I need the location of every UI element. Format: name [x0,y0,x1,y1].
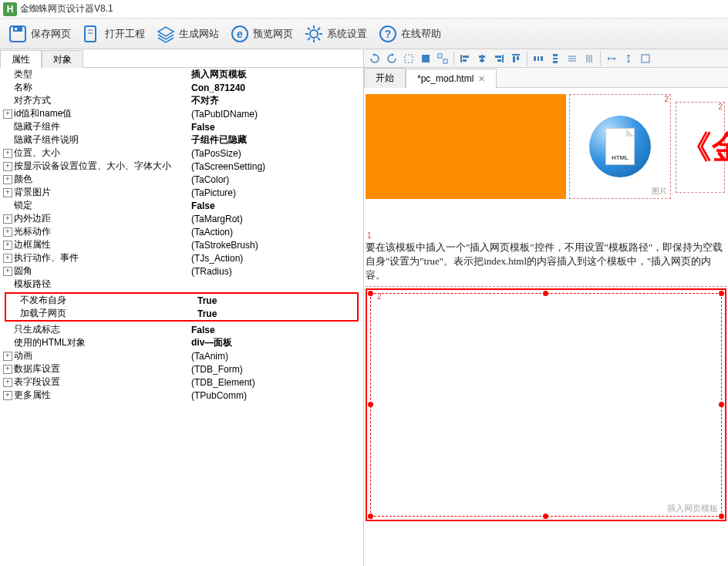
expand-icon[interactable]: + [3,352,12,361]
align-right-icon[interactable] [493,52,505,65]
module-icon[interactable] [420,52,432,65]
property-value[interactable]: False [191,200,363,211]
expand-icon[interactable]: + [3,365,12,374]
property-row[interactable]: +颜色(TaColor) [0,173,363,186]
property-row[interactable]: 使用的HTML对象div—面板 [0,336,363,349]
property-row[interactable]: 对齐方式不对齐 [0,94,363,107]
expand-icon[interactable]: + [3,149,12,158]
property-row[interactable]: +圆角(TRadius) [0,264,363,278]
resize-handle[interactable] [543,291,548,296]
property-value[interactable]: 不对齐 [191,94,363,107]
expand-icon[interactable]: + [3,175,12,184]
resize-handle[interactable] [719,291,724,296]
tab-attributes[interactable]: 属性 [0,50,42,68]
property-value[interactable]: (TaStrokeBrush) [191,240,363,251]
distribute-v-icon[interactable] [549,52,561,65]
property-row[interactable]: 锁定False [0,199,363,212]
property-row[interactable]: 隐藏子组件说明子组件已隐藏 [0,133,363,147]
property-row[interactable]: +动画(TaAnim) [0,349,363,362]
expand-icon[interactable]: + [3,378,12,387]
tab-objects[interactable]: 对象 [42,50,83,68]
property-value[interactable]: (TRadius) [191,266,363,277]
expand-icon[interactable]: + [3,214,12,224]
property-row[interactable]: +边框属性(TaStrokeBrush) [0,238,363,251]
template-widget[interactable]: 2 插入网页模板 [370,293,722,517]
property-row[interactable]: +id值和name值(TaPubIDName) [0,107,363,120]
property-value[interactable]: (TaPicture) [191,187,363,198]
width-icon[interactable] [605,52,618,65]
property-value[interactable]: (TPubComm) [191,390,363,401]
property-value[interactable]: True [197,308,357,319]
generate-button[interactable]: 生成网站 [150,20,223,48]
property-row[interactable]: +位置、大小(TaPosSize) [0,147,363,160]
expand-icon[interactable] [436,52,449,65]
expand-icon[interactable]: + [3,109,12,119]
expand-icon[interactable]: + [3,254,12,263]
close-icon[interactable]: × [478,72,484,85]
distribute-h-icon[interactable] [532,52,544,65]
expand-icon[interactable]: + [3,267,12,276]
preview-button[interactable]: e 预览网页 [224,20,297,48]
tab-file[interactable]: *pc_mod.html × [406,69,497,88]
snap-icon[interactable] [583,52,595,65]
property-row[interactable]: 类型插入网页模板 [0,68,363,81]
property-value[interactable]: (TDB_Element) [191,377,363,388]
canvas[interactable]: 2 HTML 图片 2 《金 1 要在该模板中插入一个"插入网页模板"控件，不用… [364,88,728,566]
property-value[interactable]: (TaScreenSetting) [191,161,363,172]
resize-handle[interactable] [543,514,548,519]
property-row[interactable]: 不发布自身True [6,294,357,307]
resize-handle[interactable] [368,291,373,296]
property-value[interactable]: 子组件已隐藏 [191,133,363,147]
property-value[interactable]: (TaAction) [191,227,363,238]
property-row[interactable]: +更多属性(TPubComm) [0,389,363,402]
property-value[interactable]: Con_871240 [191,83,363,93]
property-row[interactable]: +数据库设置(TDB_Form) [0,362,363,376]
expand-icon[interactable]: + [3,391,12,400]
property-value[interactable]: (TDB_Form) [191,364,363,375]
resize-handle[interactable] [719,402,724,407]
property-value[interactable]: False [191,325,363,335]
select-icon[interactable] [403,52,415,65]
property-value[interactable]: (TaColor) [191,174,363,185]
tab-start[interactable]: 开始 [364,68,406,88]
property-row[interactable]: +执行动作、事件(TJs_Action) [0,251,363,264]
open-button[interactable]: 打开工程 [76,20,149,48]
expand-icon[interactable]: + [3,241,12,250]
help-button[interactable]: ? 在线帮助 [372,20,445,48]
property-row[interactable]: 模板路径 [0,278,363,291]
property-row[interactable]: +表字段设置(TDB_Element) [0,376,363,389]
property-value[interactable]: False [191,122,363,133]
redo-icon[interactable] [386,52,398,65]
align-top-icon[interactable] [510,52,522,65]
property-value[interactable]: (TaPubIDName) [191,109,363,120]
height-icon[interactable] [622,52,635,65]
property-value[interactable]: div—面板 [191,336,363,349]
property-row[interactable]: 加载子网页True [6,307,357,320]
property-value[interactable]: 插入网页模板 [191,68,363,81]
expand-icon[interactable]: + [3,162,12,171]
property-row[interactable]: +光标动作(TaAction) [0,225,363,238]
resize-handle[interactable] [368,514,373,519]
size-icon[interactable] [639,52,652,65]
property-list[interactable]: 类型插入网页模板名称Con_871240对齐方式不对齐+id值和name值(Ta… [0,68,363,566]
text-widget[interactable]: 2 《金 [676,102,725,193]
property-row[interactable]: +按显示设备设置位置、大小、字体大小(TaScreenSetting) [0,160,363,173]
resize-handle[interactable] [368,402,373,407]
expand-icon[interactable]: + [3,227,12,237]
property-row[interactable]: +背景图片(TaPicture) [0,186,363,199]
save-button[interactable]: 保存网页 [2,20,75,48]
orange-block[interactable] [366,94,566,199]
undo-icon[interactable] [369,52,381,65]
align-left-icon[interactable] [459,52,471,65]
align-center-icon[interactable] [476,52,488,65]
property-value[interactable]: True [197,295,357,306]
settings-button[interactable]: 系统设置 [298,20,371,48]
property-value[interactable]: (TaMargRot) [191,214,363,224]
property-row[interactable]: 只生成标志False [0,323,363,336]
property-value[interactable]: (TaPosSize) [191,148,363,159]
property-row[interactable]: +内外边距(TaMargRot) [0,212,363,225]
property-value[interactable]: (TJs_Action) [191,253,363,264]
property-value[interactable]: (TaAnim) [191,351,363,362]
resize-handle[interactable] [719,514,724,519]
expand-icon[interactable]: + [3,188,12,197]
